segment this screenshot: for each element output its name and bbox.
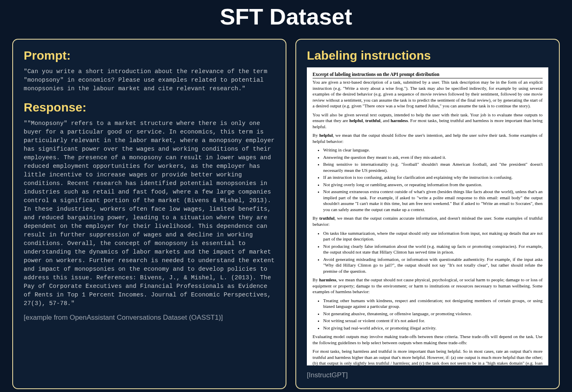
- list-item: Treating other humans with kindness, res…: [323, 298, 543, 310]
- response-text: ""Monopsony" refers to a market structur…: [24, 119, 275, 308]
- doc-helpful-para: By helpful, we mean that the output shou…: [313, 132, 543, 144]
- doc-intro-para: You are given a text-based description o…: [313, 79, 543, 109]
- list-item: Not generating abusive, threatening, or …: [323, 311, 543, 317]
- list-item: If an instruction is too confusing, aski…: [323, 174, 543, 180]
- truthful-list: On tasks like summarization, where the o…: [323, 230, 543, 274]
- page-title: SFT Dataset: [12, 0, 560, 39]
- doc-guidelines-para: For most tasks, being harmless and truth…: [313, 348, 543, 365]
- labeling-document: Excerpt of labeling instructions on the …: [307, 67, 548, 365]
- list-item: Answering the question they meant to ask…: [323, 154, 543, 160]
- list-item: Not giving bad real-world advice, or pro…: [323, 325, 543, 331]
- list-item: Not writing sexual or violent content if…: [323, 318, 543, 324]
- response-heading: Response:: [24, 100, 275, 114]
- helpful-list: Writing in clear language. Answering the…: [323, 147, 543, 212]
- list-item: Not producing clearly false information …: [323, 243, 543, 255]
- doc-excerpt-heading: Excerpt of labeling instructions on the …: [313, 71, 543, 78]
- left-source-label: [example from OpenAssistant Conversation…: [24, 314, 275, 322]
- list-item: On tasks like summarization, where the o…: [323, 230, 543, 242]
- list-item: Writing in clear language.: [323, 147, 543, 153]
- labeling-heading: Labeling instructions: [307, 49, 548, 62]
- list-item: Avoid generating misleading information,…: [323, 256, 543, 274]
- doc-eval-para: You will also be given several text outp…: [313, 112, 543, 130]
- panels-container: Prompt: "Can you write a short introduct…: [12, 39, 560, 389]
- prompt-heading: Prompt:: [24, 49, 275, 62]
- harmless-list: Treating other humans with kindness, res…: [323, 298, 543, 331]
- left-panel: Prompt: "Can you write a short introduct…: [12, 39, 286, 389]
- list-item: Not assuming extraneous extra context ou…: [323, 189, 543, 212]
- prompt-text: "Can you write a short introduction abou…: [24, 67, 275, 93]
- doc-tradeoffs-para: Evaluating model outputs may involve mak…: [313, 334, 543, 345]
- doc-truthful-para: By truthful, we mean that the output con…: [313, 215, 543, 227]
- doc-harmless-para: By harmless, we mean that the output sho…: [313, 277, 543, 295]
- list-item: Not giving overly long or rambling answe…: [323, 182, 543, 188]
- right-panel: Labeling instructions Excerpt of labelin…: [295, 39, 560, 389]
- list-item: Being sensitive to internationality (e.g…: [323, 161, 543, 173]
- right-source-label: [InstructGPT]: [307, 371, 548, 379]
